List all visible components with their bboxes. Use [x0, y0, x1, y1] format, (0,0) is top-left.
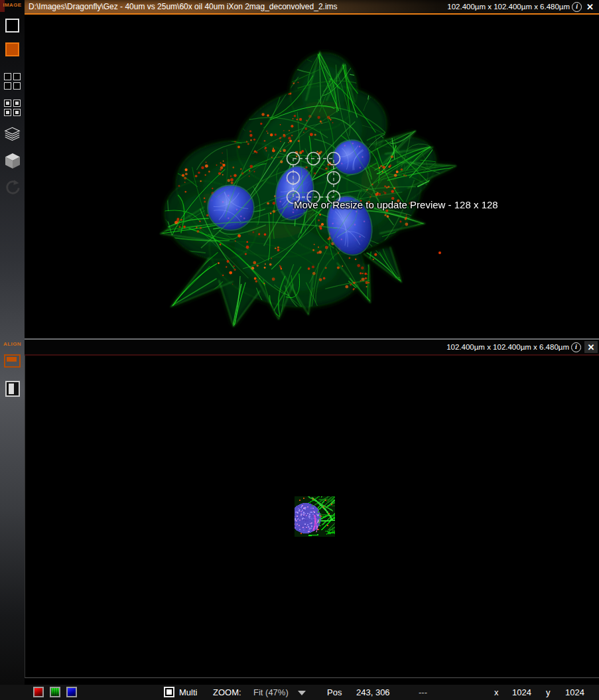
viewer1-dimensions: 102.400µm x 102.400µm x 6.480µm [447, 3, 570, 11]
single-view-active-icon [5, 42, 19, 56]
viewer1-image-canvas[interactable]: Move or Resize to update Preview - 128 x… [25, 15, 599, 338]
viewer2-image-canvas[interactable] [25, 356, 599, 678]
rotate-view-button[interactable] [4, 178, 21, 196]
viewer1-file-path: D:\Images\Dragonfly\Gez - 40um vs 25um\6… [25, 2, 447, 11]
align-horizontal-button[interactable] [4, 354, 21, 368]
multi-checkbox[interactable] [164, 687, 174, 697]
tool-sidebar: IMAGE [0, 0, 25, 685]
align-section-label: ALIGN [0, 341, 25, 347]
pos-value: 243, 306 [356, 685, 390, 700]
pos-label: Pos [327, 685, 342, 700]
info-icon[interactable]: i [572, 2, 582, 12]
x-label: x [494, 685, 499, 700]
chevron-down-icon[interactable] [298, 691, 306, 695]
viewer2-dimensions: 102.400µm x 102.400µm x 6.480µm [446, 343, 569, 351]
preview-crop-image [295, 496, 335, 537]
y-label: y [546, 685, 551, 700]
status-bar: Multi ZOOM: Fit (47%) Pos 243, 306 --- x… [0, 685, 599, 700]
y-value: 1024 [565, 685, 584, 700]
multi-grid-view-icon [4, 100, 21, 116]
view-single-button[interactable] [4, 19, 21, 33]
microscopy-app-window: IMAGE [0, 0, 599, 700]
view-single-active-button[interactable] [4, 42, 21, 56]
zoom-label: ZOOM: [213, 685, 241, 700]
close-icon[interactable]: ✕ [585, 3, 599, 11]
align-vertical-button[interactable] [4, 381, 21, 397]
view-quad-button[interactable] [4, 73, 21, 90]
rotate-icon [4, 178, 21, 196]
green-channel-swatch[interactable] [50, 687, 60, 697]
blue-channel-swatch[interactable] [66, 687, 77, 697]
multi-label: Multi [179, 685, 197, 700]
x-value: 1024 [512, 685, 531, 700]
info-icon[interactable]: i [571, 342, 581, 352]
quad-view-icon [4, 73, 21, 90]
layers-view-button[interactable] [4, 126, 21, 143]
align-horizontal-icon [4, 354, 21, 368]
zoom-value-dropdown[interactable]: Fit (47%) [253, 685, 289, 700]
image-section-label: IMAGE [0, 2, 25, 8]
cube-3d-icon [5, 153, 21, 169]
viewer1-titlebar[interactable]: D:\Images\Dragonfly\Gez - 40um vs 25um\6… [25, 0, 599, 15]
close-icon[interactable]: ✕ [584, 341, 598, 353]
preview-hint-text: Move or Resize to update Preview - 128 x… [294, 199, 498, 210]
layers-icon [4, 126, 21, 143]
align-vertical-icon [5, 381, 20, 397]
status-placeholder: --- [419, 685, 427, 700]
single-view-icon [5, 19, 19, 33]
viewer2-titlebar[interactable]: 102.400µm x 102.400µm x 6.480µm i ✕ [25, 338, 599, 356]
view-multi-grid-button[interactable] [4, 100, 21, 116]
red-channel-swatch[interactable] [33, 687, 44, 697]
cube-3d-button[interactable] [4, 153, 21, 169]
